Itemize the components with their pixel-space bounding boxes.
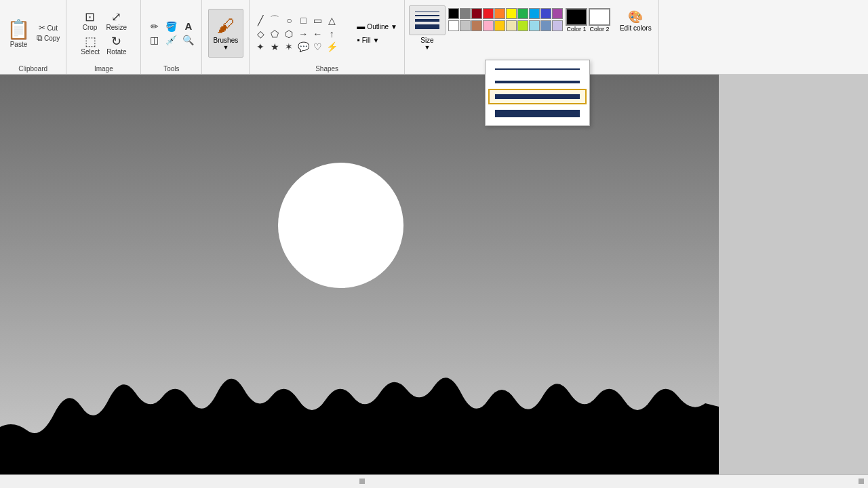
color2-selector[interactable]: Color 2	[589, 8, 610, 33]
swatch-lightblue[interactable]	[529, 20, 540, 31]
shape-line[interactable]: ╱	[254, 14, 267, 27]
size-bar-4	[495, 110, 580, 117]
swatch-white[interactable]	[448, 20, 459, 31]
size-option-3[interactable]	[488, 89, 587, 104]
size-bar-2	[495, 81, 580, 83]
pencil-button[interactable]: ✏	[146, 20, 163, 33]
color2-box[interactable]	[589, 8, 610, 26]
color-picker-button[interactable]: 💉	[163, 34, 180, 47]
magnifier-button[interactable]: 🔍	[180, 34, 197, 47]
magnifier-icon: 🔍	[182, 35, 194, 45]
shape-triangle[interactable]: △	[325, 14, 338, 27]
shape-roundrect[interactable]: ▭	[311, 14, 324, 27]
shapes-group: ╱ ⌒ ○ □ ▭ △ ◇ ⬠ ⬡ → ← ↑ ✦	[250, 0, 405, 74]
size-option-4[interactable]	[488, 104, 587, 123]
size-button[interactable]	[409, 5, 446, 35]
tools-group: ✏ 🪣 A ◫ 💉 🔍 Tools	[141, 0, 202, 74]
swatch-black[interactable]	[448, 8, 459, 19]
size-dropdown[interactable]	[485, 60, 590, 126]
copy-button[interactable]: ⧉ Copy	[35, 33, 62, 43]
color1-label: Color 1	[566, 26, 586, 33]
fill-icon: ▪	[357, 35, 359, 45]
shape-lightning[interactable]: ⚡	[325, 41, 338, 53]
fill-tool-icon: 🪣	[165, 22, 177, 31]
shape-curve[interactable]: ⌒	[268, 14, 281, 27]
swatch-brown[interactable]	[471, 20, 482, 31]
select-button[interactable]: ⬚ Select	[78, 34, 102, 57]
cut-button[interactable]: ✂ Cut	[35, 23, 62, 33]
shape-star6[interactable]: ✶	[282, 41, 296, 53]
shape-oval[interactable]: ○	[282, 14, 296, 27]
brushes-group: 🖌 Brushes ▼	[202, 0, 250, 74]
eraser-icon: ◫	[150, 35, 159, 45]
brushes-label: Brushes	[214, 37, 239, 44]
swatch-purple[interactable]	[552, 8, 563, 19]
canvas-wrapper[interactable]	[0, 75, 719, 488]
size-dropdown-arrow: ▼	[424, 44, 430, 51]
shape-diamond[interactable]: ◇	[254, 28, 267, 40]
color-row-2	[448, 20, 563, 31]
shape-arrow-r[interactable]: →	[296, 28, 310, 40]
canvas-scene	[0, 75, 719, 481]
fill-button[interactable]: ▪ Fill ▼	[354, 34, 400, 46]
edit-colors-button[interactable]: 🎨 Edit colors	[617, 8, 654, 33]
text-button[interactable]: A	[180, 20, 197, 33]
size-option-1[interactable]	[488, 63, 587, 75]
status-bar	[0, 474, 868, 488]
canvas-area	[0, 75, 868, 488]
color1-box[interactable]	[566, 8, 587, 26]
pencil-icon: ✏	[151, 22, 159, 31]
crop-icon: ⊡	[85, 11, 95, 23]
moon	[278, 163, 403, 288]
copy-icon: ⧉	[37, 34, 43, 42]
color1-selector[interactable]: Color 1	[566, 8, 587, 33]
shape-hexagon[interactable]: ⬡	[282, 28, 296, 40]
size-label: Size	[420, 37, 433, 44]
brush-icon: 🖌	[217, 16, 235, 37]
eraser-button[interactable]: ◫	[146, 34, 163, 47]
swatch-gold[interactable]	[494, 20, 505, 31]
clipboard-group: 📋 Paste ✂ Cut ⧉ Copy Clipboard	[0, 0, 66, 74]
shapes-label: Shapes	[315, 64, 338, 73]
swatch-lightgray[interactable]	[460, 20, 471, 31]
select-icon: ⬚	[85, 35, 96, 47]
right-handle[interactable]	[859, 479, 864, 484]
paste-label: Paste	[10, 41, 28, 48]
swatch-cream[interactable]	[506, 20, 517, 31]
size-option-2[interactable]	[488, 75, 587, 89]
shape-arrow-u[interactable]: ↑	[325, 28, 338, 40]
shape-pentagon[interactable]: ⬠	[268, 28, 281, 40]
rotate-button[interactable]: ↻ Rotate	[104, 34, 129, 57]
shape-rect[interactable]: □	[296, 14, 310, 27]
shape-arrow-l[interactable]: ←	[311, 28, 324, 40]
swatch-orange[interactable]	[494, 8, 505, 19]
swatch-pink[interactable]	[483, 20, 494, 31]
swatch-lime[interactable]	[517, 20, 528, 31]
swatch-gray[interactable]	[460, 8, 471, 19]
swatch-blue[interactable]	[529, 8, 540, 19]
paste-icon: 📋	[7, 18, 31, 41]
clipboard-label: Clipboard	[18, 64, 47, 73]
swatch-red[interactable]	[483, 8, 494, 19]
brushes-button[interactable]: 🖌 Brushes ▼	[208, 9, 243, 58]
swatch-yellow[interactable]	[506, 8, 517, 19]
cut-icon: ✂	[39, 24, 45, 32]
right-panel	[719, 75, 868, 488]
shape-star4[interactable]: ✦	[254, 41, 267, 53]
outline-icon: ▬	[357, 22, 365, 31]
fill-dropdown-icon: ▼	[372, 37, 379, 44]
crop-button[interactable]: ⊡ Crop	[78, 9, 102, 33]
outline-button[interactable]: ▬ Outline ▼	[354, 20, 400, 33]
bottom-handle[interactable]	[359, 479, 365, 484]
swatch-green[interactable]	[517, 8, 528, 19]
shape-callout[interactable]: 💬	[296, 41, 310, 53]
fill-tool-button[interactable]: 🪣	[163, 20, 180, 33]
swatch-slate[interactable]	[540, 20, 551, 31]
resize-button[interactable]: ⤢ Resize	[104, 9, 130, 33]
swatch-indigo[interactable]	[540, 8, 551, 19]
paste-button[interactable]: 📋 Paste	[4, 17, 33, 49]
swatch-darkred[interactable]	[471, 8, 482, 19]
shape-heart[interactable]: ♡	[311, 41, 324, 53]
swatch-lavender[interactable]	[552, 20, 563, 31]
shape-star5[interactable]: ★	[268, 41, 281, 53]
